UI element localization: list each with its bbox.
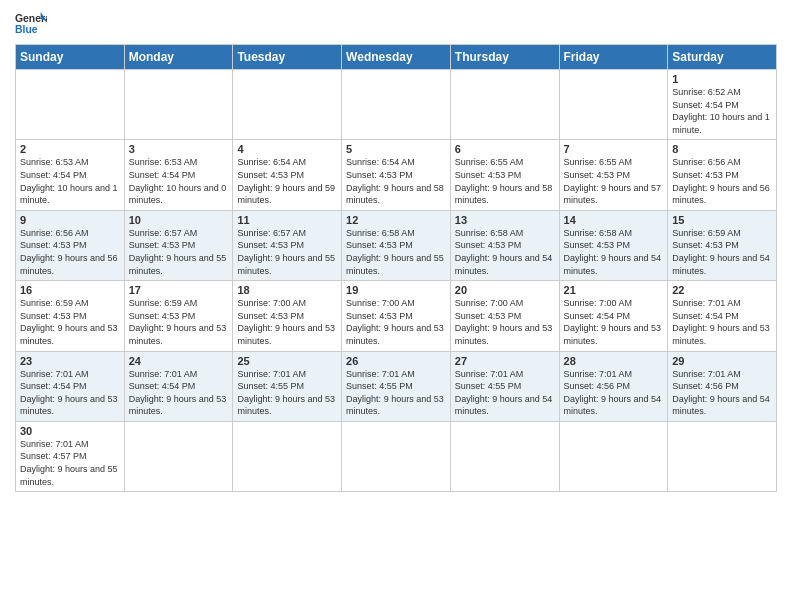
col-header-friday: Friday [559, 45, 668, 70]
day-number: 21 [564, 284, 664, 296]
day-info: Sunrise: 6:53 AM Sunset: 4:54 PM Dayligh… [20, 156, 120, 206]
calendar-cell: 23Sunrise: 7:01 AM Sunset: 4:54 PM Dayli… [16, 351, 125, 421]
calendar-cell: 28Sunrise: 7:01 AM Sunset: 4:56 PM Dayli… [559, 351, 668, 421]
calendar-table: SundayMondayTuesdayWednesdayThursdayFrid… [15, 44, 777, 492]
day-number: 6 [455, 143, 555, 155]
day-number: 19 [346, 284, 446, 296]
calendar-week-row: 2Sunrise: 6:53 AM Sunset: 4:54 PM Daylig… [16, 140, 777, 210]
day-number: 3 [129, 143, 229, 155]
day-info: Sunrise: 6:58 AM Sunset: 4:53 PM Dayligh… [346, 227, 446, 277]
calendar-cell: 24Sunrise: 7:01 AM Sunset: 4:54 PM Dayli… [124, 351, 233, 421]
day-info: Sunrise: 7:01 AM Sunset: 4:56 PM Dayligh… [564, 368, 664, 418]
calendar-cell [559, 70, 668, 140]
calendar-cell: 8Sunrise: 6:56 AM Sunset: 4:53 PM Daylig… [668, 140, 777, 210]
day-number: 14 [564, 214, 664, 226]
calendar-cell: 22Sunrise: 7:01 AM Sunset: 4:54 PM Dayli… [668, 281, 777, 351]
day-number: 30 [20, 425, 120, 437]
calendar-cell [233, 421, 342, 491]
calendar-cell: 26Sunrise: 7:01 AM Sunset: 4:55 PM Dayli… [342, 351, 451, 421]
day-info: Sunrise: 7:01 AM Sunset: 4:54 PM Dayligh… [20, 368, 120, 418]
logo-icon: General Blue [15, 10, 47, 38]
day-info: Sunrise: 6:56 AM Sunset: 4:53 PM Dayligh… [20, 227, 120, 277]
day-number: 28 [564, 355, 664, 367]
calendar-week-row: 1Sunrise: 6:52 AM Sunset: 4:54 PM Daylig… [16, 70, 777, 140]
day-info: Sunrise: 6:54 AM Sunset: 4:53 PM Dayligh… [346, 156, 446, 206]
day-number: 18 [237, 284, 337, 296]
col-header-sunday: Sunday [16, 45, 125, 70]
day-number: 8 [672, 143, 772, 155]
day-info: Sunrise: 7:00 AM Sunset: 4:54 PM Dayligh… [564, 297, 664, 347]
day-info: Sunrise: 7:01 AM Sunset: 4:55 PM Dayligh… [455, 368, 555, 418]
calendar-cell: 1Sunrise: 6:52 AM Sunset: 4:54 PM Daylig… [668, 70, 777, 140]
calendar-cell: 19Sunrise: 7:00 AM Sunset: 4:53 PM Dayli… [342, 281, 451, 351]
calendar-cell [124, 70, 233, 140]
calendar-cell: 5Sunrise: 6:54 AM Sunset: 4:53 PM Daylig… [342, 140, 451, 210]
calendar-cell: 9Sunrise: 6:56 AM Sunset: 4:53 PM Daylig… [16, 210, 125, 280]
day-number: 2 [20, 143, 120, 155]
day-info: Sunrise: 6:52 AM Sunset: 4:54 PM Dayligh… [672, 86, 772, 136]
day-info: Sunrise: 7:01 AM Sunset: 4:54 PM Dayligh… [129, 368, 229, 418]
calendar-cell: 14Sunrise: 6:58 AM Sunset: 4:53 PM Dayli… [559, 210, 668, 280]
calendar-cell [124, 421, 233, 491]
calendar-week-row: 23Sunrise: 7:01 AM Sunset: 4:54 PM Dayli… [16, 351, 777, 421]
calendar-cell: 6Sunrise: 6:55 AM Sunset: 4:53 PM Daylig… [450, 140, 559, 210]
day-info: Sunrise: 7:01 AM Sunset: 4:54 PM Dayligh… [672, 297, 772, 347]
day-info: Sunrise: 6:59 AM Sunset: 4:53 PM Dayligh… [20, 297, 120, 347]
day-number: 5 [346, 143, 446, 155]
calendar-cell: 29Sunrise: 7:01 AM Sunset: 4:56 PM Dayli… [668, 351, 777, 421]
day-info: Sunrise: 6:57 AM Sunset: 4:53 PM Dayligh… [129, 227, 229, 277]
calendar-cell: 4Sunrise: 6:54 AM Sunset: 4:53 PM Daylig… [233, 140, 342, 210]
calendar-cell: 7Sunrise: 6:55 AM Sunset: 4:53 PM Daylig… [559, 140, 668, 210]
day-info: Sunrise: 7:01 AM Sunset: 4:55 PM Dayligh… [346, 368, 446, 418]
calendar-week-row: 9Sunrise: 6:56 AM Sunset: 4:53 PM Daylig… [16, 210, 777, 280]
calendar-cell: 17Sunrise: 6:59 AM Sunset: 4:53 PM Dayli… [124, 281, 233, 351]
day-number: 23 [20, 355, 120, 367]
day-info: Sunrise: 7:01 AM Sunset: 4:56 PM Dayligh… [672, 368, 772, 418]
day-info: Sunrise: 7:00 AM Sunset: 4:53 PM Dayligh… [455, 297, 555, 347]
day-info: Sunrise: 6:56 AM Sunset: 4:53 PM Dayligh… [672, 156, 772, 206]
calendar-cell: 13Sunrise: 6:58 AM Sunset: 4:53 PM Dayli… [450, 210, 559, 280]
day-number: 10 [129, 214, 229, 226]
calendar-cell [233, 70, 342, 140]
calendar-cell: 3Sunrise: 6:53 AM Sunset: 4:54 PM Daylig… [124, 140, 233, 210]
day-number: 4 [237, 143, 337, 155]
calendar-cell: 16Sunrise: 6:59 AM Sunset: 4:53 PM Dayli… [16, 281, 125, 351]
calendar-header-row: SundayMondayTuesdayWednesdayThursdayFrid… [16, 45, 777, 70]
day-info: Sunrise: 6:53 AM Sunset: 4:54 PM Dayligh… [129, 156, 229, 206]
day-number: 24 [129, 355, 229, 367]
day-number: 29 [672, 355, 772, 367]
day-info: Sunrise: 6:59 AM Sunset: 4:53 PM Dayligh… [129, 297, 229, 347]
col-header-wednesday: Wednesday [342, 45, 451, 70]
calendar-cell [342, 70, 451, 140]
calendar-cell [16, 70, 125, 140]
day-info: Sunrise: 6:58 AM Sunset: 4:53 PM Dayligh… [455, 227, 555, 277]
calendar-cell: 27Sunrise: 7:01 AM Sunset: 4:55 PM Dayli… [450, 351, 559, 421]
day-number: 11 [237, 214, 337, 226]
day-info: Sunrise: 7:00 AM Sunset: 4:53 PM Dayligh… [346, 297, 446, 347]
day-number: 22 [672, 284, 772, 296]
calendar-cell: 10Sunrise: 6:57 AM Sunset: 4:53 PM Dayli… [124, 210, 233, 280]
calendar-cell: 11Sunrise: 6:57 AM Sunset: 4:53 PM Dayli… [233, 210, 342, 280]
calendar-cell: 25Sunrise: 7:01 AM Sunset: 4:55 PM Dayli… [233, 351, 342, 421]
calendar-cell: 15Sunrise: 6:59 AM Sunset: 4:53 PM Dayli… [668, 210, 777, 280]
calendar-cell [668, 421, 777, 491]
day-number: 26 [346, 355, 446, 367]
day-number: 7 [564, 143, 664, 155]
calendar-cell [450, 421, 559, 491]
day-info: Sunrise: 6:59 AM Sunset: 4:53 PM Dayligh… [672, 227, 772, 277]
calendar-cell: 30Sunrise: 7:01 AM Sunset: 4:57 PM Dayli… [16, 421, 125, 491]
calendar-cell: 21Sunrise: 7:00 AM Sunset: 4:54 PM Dayli… [559, 281, 668, 351]
day-number: 9 [20, 214, 120, 226]
day-info: Sunrise: 6:54 AM Sunset: 4:53 PM Dayligh… [237, 156, 337, 206]
calendar-week-row: 16Sunrise: 6:59 AM Sunset: 4:53 PM Dayli… [16, 281, 777, 351]
day-number: 16 [20, 284, 120, 296]
svg-text:Blue: Blue [15, 24, 38, 35]
calendar-cell [450, 70, 559, 140]
day-number: 20 [455, 284, 555, 296]
day-number: 17 [129, 284, 229, 296]
day-number: 25 [237, 355, 337, 367]
day-info: Sunrise: 7:00 AM Sunset: 4:53 PM Dayligh… [237, 297, 337, 347]
calendar-cell: 20Sunrise: 7:00 AM Sunset: 4:53 PM Dayli… [450, 281, 559, 351]
day-info: Sunrise: 7:01 AM Sunset: 4:55 PM Dayligh… [237, 368, 337, 418]
day-number: 13 [455, 214, 555, 226]
